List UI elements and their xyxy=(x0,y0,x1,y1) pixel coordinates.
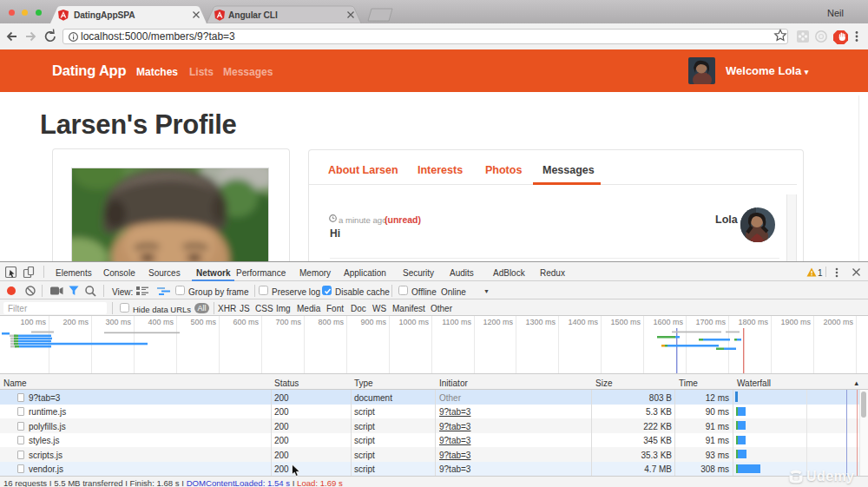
svg-text:Angular CLI: Angular CLI xyxy=(228,10,278,20)
svg-text:600 ms: 600 ms xyxy=(233,318,259,326)
svg-text:1900 ms: 1900 ms xyxy=(780,318,811,326)
svg-text:300 ms: 300 ms xyxy=(105,318,131,326)
svg-text:2000 ms: 2000 ms xyxy=(823,318,853,326)
svg-text:800 ms: 800 ms xyxy=(318,318,344,326)
svg-text:500 ms: 500 ms xyxy=(190,318,216,326)
svg-text:1400 ms: 1400 ms xyxy=(568,318,598,326)
svg-text:700 ms: 700 ms xyxy=(275,318,301,326)
svg-text:100 ms: 100 ms xyxy=(20,318,46,326)
svg-text:1500 ms: 1500 ms xyxy=(610,318,641,326)
svg-text:1200 ms: 1200 ms xyxy=(483,318,513,326)
svg-text:200 ms: 200 ms xyxy=(62,318,89,326)
svg-text:DatingAppSPA: DatingAppSPA xyxy=(74,10,135,20)
svg-text:400 ms: 400 ms xyxy=(148,318,174,326)
svg-text:900 ms: 900 ms xyxy=(360,318,386,326)
svg-text:1100 ms: 1100 ms xyxy=(442,318,471,326)
svg-text:1300 ms: 1300 ms xyxy=(525,318,556,326)
svg-text:1600 ms: 1600 ms xyxy=(653,318,683,326)
svg-text:1700 ms: 1700 ms xyxy=(695,318,726,326)
svg-text:1000 ms: 1000 ms xyxy=(398,318,429,326)
svg-text:1800 ms: 1800 ms xyxy=(738,318,768,326)
svg-text:Neil: Neil xyxy=(827,8,844,18)
